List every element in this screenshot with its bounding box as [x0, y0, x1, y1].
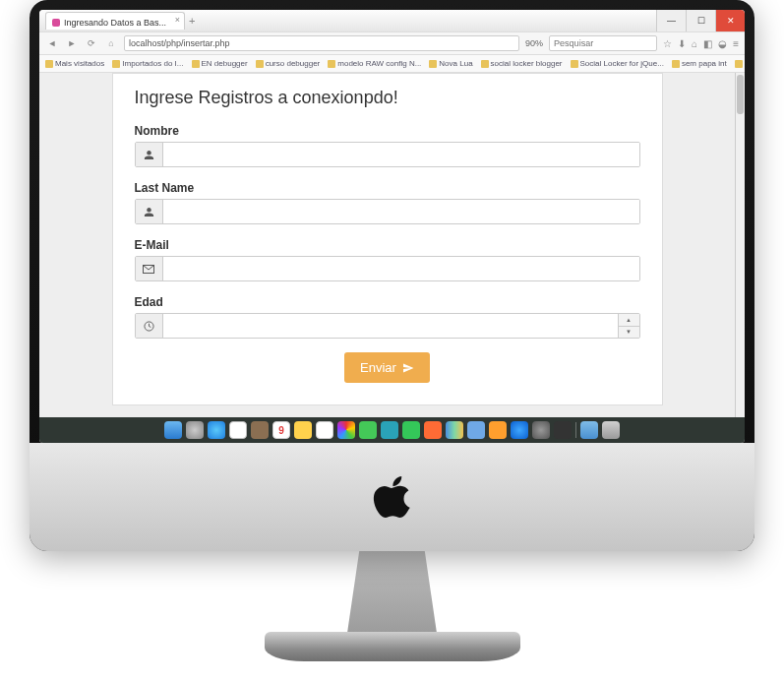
folder-icon — [192, 60, 200, 68]
dock-ibooks[interactable] — [489, 421, 507, 439]
dock-safari[interactable] — [208, 421, 225, 439]
folder-icon — [256, 60, 264, 68]
field-nombre: Nombre — [135, 124, 640, 167]
address-bar: ◄ ► ⟳ ⌂ 90% ☆ ⬇ ⌂ ◧ ◒ ≡ — [39, 31, 745, 55]
number-spinner: ▲ ▼ — [618, 314, 639, 338]
imac-monitor: Ingresando Datos a Bas... × + — ☐ ✕ ◄ ► … — [30, 0, 754, 551]
bookmark-item[interactable]: Importados do I... — [112, 59, 183, 68]
label-email: E-Mail — [135, 238, 640, 252]
dock-keynote[interactable] — [467, 421, 485, 439]
dock-appstore[interactable] — [511, 421, 528, 439]
imac-stand-neck — [338, 549, 447, 638]
spinner-down[interactable]: ▼ — [619, 327, 639, 339]
input-wrap-lastname — [135, 199, 640, 224]
pocket-icon[interactable]: ◒ — [718, 38, 727, 49]
zoom-level: 90% — [525, 38, 543, 48]
apple-logo — [371, 471, 414, 523]
home-button[interactable]: ⌂ — [104, 36, 118, 50]
minimize-button[interactable]: — — [656, 10, 686, 31]
folder-icon — [735, 60, 743, 68]
menu-icon[interactable]: ≡ — [733, 38, 739, 49]
bookmark-item[interactable]: Social Locker for jQue... — [571, 59, 664, 68]
page-viewport: Ingrese Registros a conexionpdo! Nombre … — [39, 73, 735, 417]
bookmark-item[interactable]: social locker blogger — [481, 59, 563, 68]
back-button[interactable]: ◄ — [45, 36, 59, 50]
dock-settings[interactable] — [532, 421, 550, 439]
new-tab-button[interactable]: + — [189, 15, 195, 27]
url-input[interactable] — [124, 35, 519, 51]
maximize-button[interactable]: ☐ — [686, 10, 715, 31]
label-edad: Edad — [135, 295, 640, 309]
window-controls: — ☐ ✕ — [656, 10, 745, 31]
dock-itunes[interactable] — [424, 421, 442, 439]
bookmark-item[interactable]: sem papa int — [672, 59, 727, 68]
bookmark-icon[interactable]: ◧ — [703, 38, 712, 49]
tab-close-icon[interactable]: × — [175, 15, 180, 25]
input-edad[interactable] — [163, 314, 618, 338]
forward-button[interactable]: ► — [65, 36, 79, 50]
user-icon — [136, 143, 163, 166]
folder-icon — [45, 60, 53, 68]
imac-stand-base — [265, 632, 520, 661]
vertical-scrollbar[interactable] — [735, 73, 745, 417]
bookmark-item[interactable]: EN debugger — [192, 59, 248, 68]
folder-icon — [571, 60, 578, 68]
reload-button[interactable]: ⟳ — [85, 36, 98, 50]
submit-label: Enviar — [360, 360, 396, 375]
home-icon[interactable]: ⌂ — [692, 38, 697, 49]
dock-mail[interactable] — [229, 421, 247, 439]
dock-launchpad[interactable] — [186, 421, 204, 439]
input-wrap-edad: ▲ ▼ — [135, 313, 640, 339]
search-input[interactable] — [549, 35, 657, 51]
dock-photos[interactable] — [337, 421, 355, 439]
dock-finder[interactable] — [164, 421, 182, 439]
field-lastname: Last Name — [135, 181, 640, 224]
dock-maps[interactable] — [381, 421, 398, 439]
form-card: Ingrese Registros a conexionpdo! Nombre … — [112, 73, 663, 405]
folder-icon — [481, 60, 489, 68]
field-edad: Edad ▲ ▼ — [135, 295, 640, 339]
input-lastname[interactable] — [163, 200, 639, 223]
download-icon[interactable]: ⬇ — [678, 38, 686, 49]
close-button[interactable]: ✕ — [715, 10, 745, 31]
dock-numbers[interactable] — [446, 421, 463, 439]
browser-tab[interactable]: Ingresando Datos a Bas... × — [45, 12, 185, 30]
bookmark-item[interactable]: curso debugger — [256, 59, 321, 68]
macos-dock: 9 — [39, 417, 745, 443]
spinner-up[interactable]: ▲ — [619, 314, 639, 327]
input-wrap-nombre — [135, 142, 640, 167]
toolbar-icons: ☆ ⬇ ⌂ ◧ ◒ ≡ — [663, 38, 739, 49]
dock-notes[interactable] — [294, 421, 312, 439]
dock-facetime[interactable] — [402, 421, 420, 439]
bookmark-item[interactable]: modelo RAW config N... — [328, 59, 421, 68]
imac-chin — [30, 443, 754, 551]
dock-terminal[interactable] — [554, 421, 572, 439]
screen: Ingresando Datos a Bas... × + — ☐ ✕ ◄ ► … — [39, 10, 745, 443]
send-icon — [402, 362, 414, 374]
dock-downloads[interactable] — [580, 421, 598, 439]
label-nombre: Nombre — [135, 124, 640, 138]
tab-favicon — [52, 19, 60, 27]
star-icon[interactable]: ☆ — [663, 38, 672, 49]
dock-calendar[interactable]: 9 — [272, 421, 290, 439]
dock-divider — [575, 422, 576, 438]
input-email[interactable] — [163, 257, 639, 280]
dock-trash[interactable] — [602, 421, 620, 439]
folder-icon — [672, 60, 680, 68]
submit-row: Enviar — [135, 352, 640, 383]
dock-messages[interactable] — [359, 421, 377, 439]
bookmark-item[interactable]: Nova pasta — [735, 59, 745, 68]
bookmarks-bar: Mais visitados Importados do I... EN deb… — [39, 55, 745, 73]
clock-icon — [136, 314, 163, 338]
dock-reminders[interactable] — [316, 421, 333, 439]
input-nombre[interactable] — [163, 143, 639, 166]
user-icon — [136, 200, 163, 223]
page-heading: Ingrese Registros a conexionpdo! — [135, 88, 640, 108]
bookmark-item[interactable]: Nova Lua — [429, 59, 472, 68]
dock-contacts[interactable] — [251, 421, 269, 439]
folder-icon — [112, 60, 120, 68]
bookmark-item[interactable]: Mais visitados — [45, 59, 104, 68]
tab-title: Ingresando Datos a Bas... — [64, 18, 166, 28]
folder-icon — [429, 60, 437, 68]
submit-button[interactable]: Enviar — [344, 352, 430, 383]
